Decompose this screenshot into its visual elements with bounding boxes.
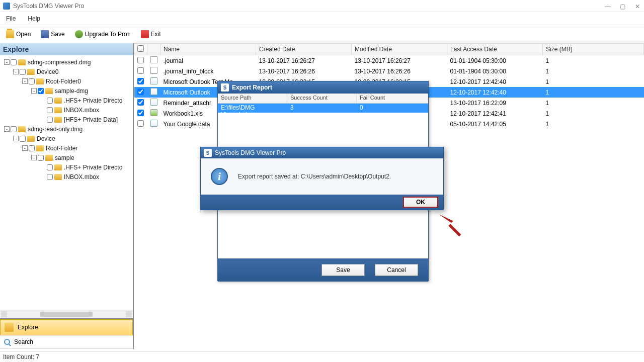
row-checkbox[interactable] (137, 120, 144, 127)
scroll-right-icon[interactable] (126, 311, 132, 317)
cell-access: 01-01-1904 05:30:00 (447, 66, 543, 76)
tree-checkbox[interactable] (47, 107, 53, 113)
tree-node[interactable]: -Device (1, 134, 132, 143)
file-icon (150, 99, 157, 106)
col-modified[interactable]: Modified Date (352, 44, 447, 55)
cell-access: 12-10-2017 12:42:41 (447, 108, 543, 119)
col-access[interactable]: Last Access Date (447, 44, 543, 55)
tree-expand-icon[interactable]: - (4, 59, 10, 65)
tree-checkbox[interactable] (47, 164, 53, 170)
col-success-count[interactable]: Success Count (287, 94, 357, 103)
tree-checkbox[interactable] (38, 88, 44, 94)
app-icon (3, 3, 10, 10)
tab-explore[interactable]: Explore (0, 319, 133, 335)
tree-label: sample (55, 154, 74, 161)
col-name[interactable]: Name (160, 44, 256, 55)
row-checkbox[interactable] (137, 99, 144, 106)
tree-node[interactable]: -sdmg-compressed.dmg (1, 57, 132, 67)
col-check[interactable] (134, 44, 147, 55)
message-dialog-titlebar[interactable]: S SysTools DMG Viewer Pro (201, 147, 443, 158)
close-button[interactable]: ✕ (635, 3, 641, 9)
tree-expand-icon[interactable]: - (13, 69, 19, 74)
tree-checkbox[interactable] (47, 174, 53, 180)
tree-expand-icon[interactable]: - (31, 155, 37, 160)
export-success-value: 3 (287, 104, 357, 113)
export-row[interactable]: E:\files\DMG Viewer\sdmg-... 3 0 (218, 104, 428, 113)
tree-node[interactable]: .HFS+ Private Directo (1, 96, 132, 105)
table-row[interactable]: .journal_info_block 13-10-2017 16:26:26 … (134, 66, 644, 76)
tree-label: Device (37, 135, 55, 142)
open-button[interactable]: Open (4, 29, 33, 39)
tree-checkbox[interactable] (20, 69, 26, 75)
tree-label: sdmg-read-only.dmg (28, 126, 83, 133)
folder-icon (18, 126, 26, 132)
tree-node[interactable]: [HFS+ Private Data] (1, 115, 132, 124)
tree-node[interactable]: .HFS+ Private Directo (1, 162, 132, 172)
row-checkbox[interactable] (137, 78, 144, 84)
tree-node[interactable]: INBOX.mbox (1, 172, 132, 182)
message-body: i Export report saved at: C:\Users\admin… (201, 158, 443, 195)
tree-node[interactable]: -Device0 (1, 67, 132, 76)
upgrade-button[interactable]: Upgrade To Pro+ (73, 29, 133, 39)
tab-search-label: Search (14, 338, 33, 345)
cell-access: 12-10-2017 12:42:40 (447, 87, 543, 98)
export-columns: Source Path Success Count Fail Count (218, 94, 428, 104)
tree-checkbox[interactable] (11, 126, 17, 132)
exit-button[interactable]: Exit (139, 29, 163, 39)
sidebar: Explore -sdmg-compressed.dmg-Device0-Roo… (0, 43, 134, 349)
tree-checkbox[interactable] (47, 98, 53, 104)
folder-icon (36, 145, 44, 151)
tree-expand-icon[interactable]: - (4, 126, 10, 132)
tree-checkbox[interactable] (29, 145, 35, 151)
export-dialog-titlebar[interactable]: S Export Report (218, 81, 428, 94)
menu-file[interactable]: File (4, 14, 18, 23)
col-source-path[interactable]: Source Path (218, 94, 287, 103)
tree-label: Device0 (37, 68, 58, 75)
row-checkbox[interactable] (137, 67, 144, 74)
tree-label: INBOX.mbox (64, 173, 99, 180)
tree-checkbox[interactable] (11, 59, 17, 65)
tree-node[interactable]: INBOX.mbox (1, 105, 132, 115)
save-button[interactable]: Save (39, 29, 66, 39)
check-all[interactable] (137, 45, 144, 52)
col-created[interactable]: Created Date (256, 44, 352, 55)
explore-icon (5, 323, 14, 332)
maximize-button[interactable]: ▢ (620, 3, 626, 9)
tree-scrollbar[interactable] (0, 310, 133, 318)
ok-button[interactable]: OK (403, 197, 438, 208)
tab-explore-label: Explore (18, 324, 38, 331)
message-text: Export report saved at: C:\Users\admin\D… (238, 173, 391, 180)
export-cancel-button[interactable]: Cancel (375, 264, 418, 276)
minimize-button[interactable]: — (605, 3, 611, 9)
open-icon (6, 30, 14, 38)
tree-node[interactable]: -Root-Folder0 (1, 76, 132, 86)
folder-icon (36, 78, 44, 84)
tree-checkbox[interactable] (38, 155, 44, 161)
tree-node[interactable]: -sample (1, 153, 132, 162)
tree-expand-icon[interactable]: - (13, 136, 19, 141)
tab-search[interactable]: Search (0, 335, 133, 349)
table-row[interactable]: .journal 13-10-2017 16:26:27 13-10-2017 … (134, 55, 644, 66)
col-fail-count[interactable]: Fail Count (357, 94, 428, 103)
export-save-button[interactable]: Save (321, 264, 365, 276)
tree-expand-icon[interactable]: - (22, 145, 28, 151)
tree-checkbox[interactable] (47, 117, 53, 123)
tree-checkbox[interactable] (20, 136, 26, 142)
message-dialog: S SysTools DMG Viewer Pro i Export repor… (200, 147, 444, 210)
scroll-thumb[interactable] (40, 312, 93, 317)
scroll-left-icon[interactable] (1, 311, 7, 317)
row-checkbox[interactable] (137, 110, 144, 116)
cell-size: 1 (543, 87, 644, 98)
tree-node[interactable]: -sdmg-read-only.dmg (1, 124, 132, 134)
col-size[interactable]: Size (MB) (543, 44, 644, 55)
tree-checkbox[interactable] (29, 78, 35, 84)
menu-help[interactable]: Help (26, 14, 42, 23)
tree-expand-icon[interactable]: - (31, 88, 37, 94)
tree-node[interactable]: -sample-dmg (1, 86, 132, 96)
row-checkbox[interactable] (137, 57, 144, 63)
tree-expand-icon[interactable]: - (22, 78, 28, 84)
tree-node[interactable]: -Root-Folder (1, 143, 132, 153)
tree-view[interactable]: -sdmg-compressed.dmg-Device0-Root-Folder… (0, 55, 133, 310)
svg-marker-0 (439, 214, 461, 236)
row-checkbox[interactable] (137, 88, 144, 95)
